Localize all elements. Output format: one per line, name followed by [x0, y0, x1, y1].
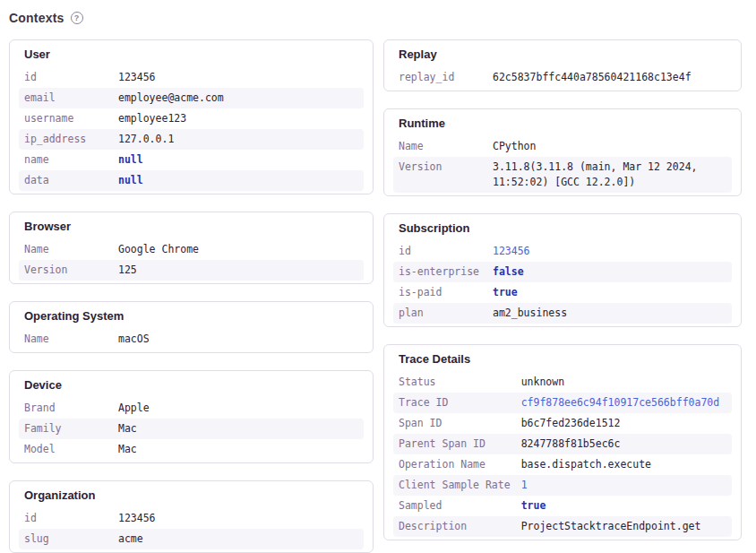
context-value: 8247788f81b5ec6c [516, 434, 732, 454]
context-value[interactable]: cf9f878ee6c94f10917ce566bff0a70d [516, 393, 732, 413]
context-row: NameCPython [393, 136, 732, 157]
card-title: Trace Details [393, 350, 732, 372]
context-value: null [113, 170, 364, 191]
context-row: id123456 [19, 508, 364, 529]
context-table: id123456emailemployee@acme.comusernameem… [19, 67, 364, 191]
context-key: Description [393, 516, 516, 537]
context-card-runtime: RuntimeNameCPythonVersion3.11.8(3.11.8 (… [383, 108, 742, 196]
context-key: data [19, 170, 113, 191]
contexts-column-left: Userid123456emailemployee@acme.comuserna… [9, 39, 374, 553]
context-value: 62c5837bffc440a78560421168c13e4f [487, 67, 732, 88]
context-value: true [516, 496, 732, 516]
context-value: 123456 [113, 508, 364, 529]
card-title: Operating System [19, 307, 364, 329]
context-table: NameCPythonVersion3.11.8(3.11.8 (main, M… [393, 136, 732, 193]
context-row: is-enterprisefalse [393, 262, 732, 282]
context-card-replay: Replayreplay_id62c5837bffc440a7856042116… [383, 39, 742, 91]
section-header: Contexts ? [9, 11, 742, 25]
context-row: id123456 [19, 67, 364, 88]
context-key: slug [19, 529, 113, 549]
context-card-device: DeviceBrandAppleFamilyMacModelMac [9, 370, 374, 463]
page-title: Contexts [9, 11, 64, 25]
context-key: id [19, 67, 113, 88]
context-value: employee@acme.com [113, 88, 364, 108]
context-table: StatusunknownTrace IDcf9f878ee6c94f10917… [393, 372, 732, 537]
context-key: Version [393, 157, 487, 193]
context-table: replay_id62c5837bffc440a78560421168c13e4… [393, 67, 732, 88]
context-row: Sampledtrue [393, 496, 732, 516]
contexts-section: Contexts ? Userid123456emailemployee@acm… [0, 0, 756, 553]
context-value: 127.0.0.1 [113, 129, 364, 150]
context-key: Sampled [393, 496, 516, 516]
context-row: Parent Span ID8247788f81b5ec6c [393, 434, 732, 454]
context-row: id123456 [393, 241, 732, 262]
context-table: BrandAppleFamilyMacModelMac [19, 398, 364, 460]
context-value: Google Chrome [113, 239, 364, 260]
context-card-user: Userid123456emailemployee@acme.comuserna… [9, 39, 374, 194]
context-value: employee123 [113, 108, 364, 129]
context-row: is-paidtrue [393, 282, 732, 303]
context-key: plan [393, 303, 487, 324]
context-row: planam2_business [393, 303, 732, 324]
context-value: b6c7fed236de1512 [516, 413, 732, 434]
context-table: id123456is-enterprisefalseis-paidtruepla… [393, 241, 732, 324]
context-value: true [487, 282, 732, 303]
context-value: base.dispatch.execute [516, 454, 732, 475]
context-key: Operation Name [393, 454, 516, 475]
context-value: null [113, 150, 364, 170]
context-key: id [393, 241, 487, 262]
context-row: namenull [19, 150, 364, 170]
context-row: Span IDb6c7fed236de1512 [393, 413, 732, 434]
question-mark-icon[interactable]: ? [71, 12, 83, 24]
context-value: CPython [487, 136, 732, 157]
context-value: false [487, 262, 732, 282]
context-row: NamemacOS [19, 329, 364, 350]
context-key: username [19, 108, 113, 129]
context-key: is-enterprise [393, 262, 487, 282]
context-key: is-paid [393, 282, 487, 303]
contexts-grid: Userid123456emailemployee@acme.comuserna… [9, 39, 742, 553]
context-row: slugacme [19, 529, 364, 549]
context-row: DescriptionProjectStacktraceEndpoint.get [393, 516, 732, 537]
context-value: Apple [113, 398, 364, 419]
context-key: Name [19, 329, 113, 350]
context-key: ip_address [19, 129, 113, 150]
context-row: BrandApple [19, 398, 364, 419]
context-card-operating-system: Operating SystemNamemacOS [9, 301, 374, 353]
context-row: Version125 [19, 260, 364, 281]
context-key: Trace ID [393, 393, 516, 413]
context-value: 125 [113, 260, 364, 281]
context-row: replay_id62c5837bffc440a78560421168c13e4… [393, 67, 732, 88]
context-value: 3.11.8(3.11.8 (main, Mar 12 2024, 11:52:… [487, 157, 732, 193]
context-row: emailemployee@acme.com [19, 88, 364, 108]
context-key: Brand [19, 398, 113, 419]
card-title: Runtime [393, 114, 732, 136]
context-key: Model [19, 439, 113, 460]
context-key: Name [19, 239, 113, 260]
card-title: Replay [393, 45, 732, 67]
context-row: NameGoogle Chrome [19, 239, 364, 260]
context-key: Status [393, 372, 516, 393]
context-row: datanull [19, 170, 364, 191]
context-value: 123456 [487, 241, 732, 262]
context-row: ModelMac [19, 439, 364, 460]
card-title: Subscription [393, 219, 732, 241]
context-value: acme [113, 529, 364, 549]
context-key: Version [19, 260, 113, 281]
card-title: User [19, 45, 364, 67]
context-value: macOS [113, 329, 364, 350]
context-row: Trace IDcf9f878ee6c94f10917ce566bff0a70d [393, 393, 732, 413]
context-key: Family [19, 419, 113, 439]
context-table: NameGoogle ChromeVersion125 [19, 239, 364, 281]
card-title: Organization [19, 486, 364, 508]
context-value: 123456 [113, 67, 364, 88]
contexts-column-right: Replayreplay_id62c5837bffc440a7856042116… [383, 39, 742, 540]
context-card-organization: Organizationid123456slugacme [9, 480, 374, 553]
context-row: Statusunknown [393, 372, 732, 393]
context-table: id123456slugacme [19, 508, 364, 549]
context-key: Client Sample Rate [393, 475, 516, 496]
context-table: NamemacOS [19, 329, 364, 350]
context-value: Mac [113, 419, 364, 439]
context-value: ProjectStacktraceEndpoint.get [516, 516, 732, 537]
context-value: Mac [113, 439, 364, 460]
